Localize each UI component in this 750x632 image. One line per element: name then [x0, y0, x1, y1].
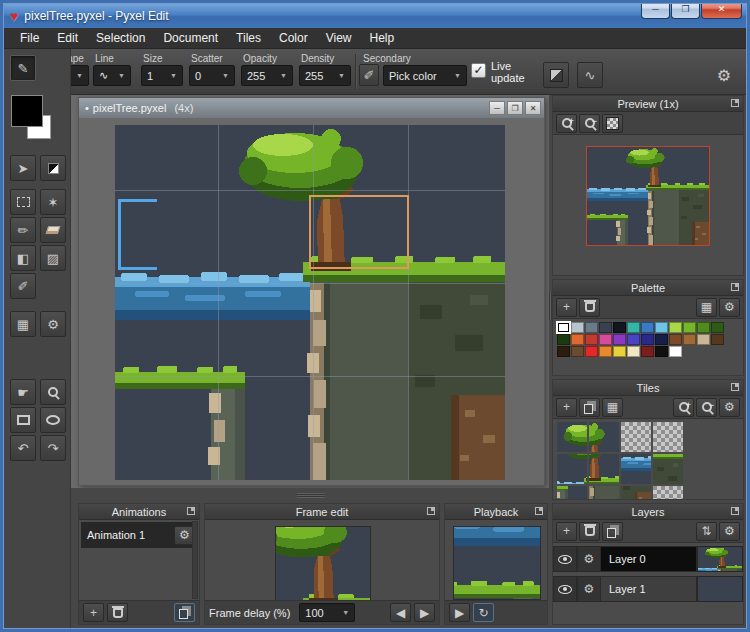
menu-selection[interactable]: Selection — [87, 28, 154, 48]
line-dropdown[interactable]: ∿ ▼ — [93, 65, 131, 86]
palette-swatch[interactable] — [599, 322, 612, 333]
doc-close-button[interactable]: ✕ — [525, 101, 541, 115]
tile-settings-tool[interactable]: ⚙ — [40, 311, 66, 337]
palette-swatch[interactable] — [683, 322, 696, 333]
ellipse-tool[interactable] — [40, 407, 66, 433]
popout-icon[interactable] — [731, 507, 739, 515]
previous-frame-button[interactable]: ◀ — [390, 603, 411, 622]
palette-swatch[interactable] — [585, 334, 598, 345]
layer-visibility-toggle[interactable] — [553, 576, 577, 602]
frame-delay-dropdown[interactable]: 100 ▼ — [299, 603, 355, 622]
tiles-duplicate-button[interactable] — [579, 398, 600, 417]
tile-thumbnail[interactable] — [621, 422, 651, 452]
pick-color-dropdown[interactable]: Pick color ▼ — [383, 65, 467, 86]
tiles-add-button[interactable]: + — [556, 398, 577, 417]
palette-swatch[interactable] — [571, 346, 584, 357]
palette-swatch[interactable] — [613, 322, 626, 333]
secondary-eyedropper-button[interactable]: ✐ — [359, 64, 379, 86]
eyedropper-tool[interactable]: ✐ — [10, 273, 36, 299]
palette-swatch[interactable] — [613, 334, 626, 345]
popout-icon[interactable] — [187, 507, 195, 515]
tile-thumbnail[interactable] — [557, 422, 587, 452]
canvas[interactable] — [115, 125, 505, 480]
layers-delete-button[interactable] — [579, 522, 600, 541]
menu-view[interactable]: View — [317, 28, 361, 48]
preview-mode-button[interactable] — [543, 62, 569, 88]
minimize-button[interactable]: ─ — [641, 0, 670, 19]
palette-swatch[interactable] — [627, 322, 640, 333]
animation-delete-button[interactable] — [107, 603, 128, 622]
fill-tool[interactable]: ◧ — [10, 245, 36, 271]
doc-minimize-button[interactable]: ─ — [489, 101, 505, 115]
tile-thumbnail[interactable] — [653, 422, 683, 452]
palette-swatch[interactable] — [599, 334, 612, 345]
popout-icon[interactable] — [731, 383, 739, 391]
animation-duplicate-button[interactable] — [174, 603, 195, 622]
animation-add-button[interactable]: + — [83, 603, 104, 622]
layers-settings-button[interactable]: ⚙ — [719, 522, 740, 541]
stroke-smoothing-button[interactable]: ∿ — [577, 62, 603, 88]
layer-settings-button[interactable]: ⚙ — [577, 576, 601, 602]
menu-color[interactable]: Color — [270, 28, 317, 48]
palette-swatch[interactable] — [655, 346, 668, 357]
close-button[interactable]: ✕ — [701, 0, 742, 19]
tile-thumbnail[interactable] — [557, 486, 587, 500]
popout-icon[interactable] — [427, 507, 435, 515]
tile-thumbnail[interactable] — [589, 422, 619, 452]
magic-wand-tool[interactable]: ✶ — [40, 189, 66, 215]
palette-swatch[interactable] — [683, 334, 696, 345]
frame-thumbnail[interactable] — [275, 526, 371, 602]
palette-swatch[interactable] — [627, 334, 640, 345]
palette-swatch[interactable] — [613, 346, 626, 357]
rectangle-tool[interactable] — [10, 407, 36, 433]
animation-item[interactable]: Animation 1 ⚙ — [81, 522, 197, 548]
density-dropdown[interactable]: 255 ▼ — [299, 65, 351, 86]
palette-settings-button[interactable]: ⚙ — [719, 298, 740, 317]
live-update-checkbox[interactable]: ✓ — [471, 63, 486, 78]
swap-colors-tool[interactable] — [40, 155, 66, 181]
palette-swatch[interactable] — [697, 322, 710, 333]
tile-thumbnail[interactable] — [589, 454, 619, 484]
tiles-stamp-button[interactable]: ▦ — [602, 398, 623, 417]
tile-thumbnail[interactable] — [557, 454, 587, 484]
zoom-tool[interactable] — [40, 379, 66, 405]
loop-button[interactable]: ↻ — [473, 603, 494, 622]
move-tool[interactable]: ➤ — [10, 155, 36, 181]
palette-swatch[interactable] — [711, 322, 724, 333]
scatter-dropdown[interactable]: 0 ▼ — [189, 65, 235, 86]
preview-transparency-button[interactable] — [602, 114, 623, 133]
marquee-select-tool[interactable] — [10, 189, 36, 215]
eraser-tool[interactable] — [40, 217, 66, 243]
layers-duplicate-button[interactable] — [602, 522, 623, 541]
palette-add-button[interactable]: + — [556, 298, 577, 317]
preview-zoom-out-button[interactable]: − — [579, 114, 600, 133]
popout-icon[interactable] — [731, 99, 739, 107]
palette-swatch[interactable] — [669, 334, 682, 345]
size-dropdown[interactable]: 1 ▼ — [141, 65, 183, 86]
menu-edit[interactable]: Edit — [48, 28, 87, 48]
layers-add-button[interactable]: + — [556, 522, 577, 541]
palette-swatch[interactable] — [655, 334, 668, 345]
play-button[interactable]: ▶ — [449, 603, 470, 622]
tile-thumbnail[interactable] — [621, 454, 651, 484]
document-titlebar[interactable]: • pixelTree.pyxel (4x) ─ ❐ ✕ — [79, 98, 544, 118]
palette-swatch[interactable] — [585, 322, 598, 333]
layers-reorder-button[interactable]: ⇅ — [696, 522, 717, 541]
palette-swatch[interactable] — [655, 322, 668, 333]
next-frame-button[interactable]: ▶ — [414, 603, 435, 622]
popout-icon[interactable] — [535, 507, 543, 515]
preview-zoom-in-button[interactable]: + — [556, 114, 577, 133]
tile-stamp-tool[interactable]: ▦ — [10, 311, 36, 337]
primary-color-swatch[interactable] — [11, 95, 43, 127]
layer-row[interactable]: ⚙ Layer 1 — [553, 575, 743, 603]
toolbar-settings-button[interactable]: ⚙ — [711, 62, 737, 88]
hand-tool[interactable]: ☛ — [10, 379, 36, 405]
menu-help[interactable]: Help — [360, 28, 403, 48]
pencil-tool[interactable]: ✏ — [10, 217, 36, 243]
brush-tool[interactable]: ✎ — [10, 55, 36, 81]
tile-thumbnail[interactable] — [653, 486, 683, 500]
shading-tool[interactable]: ▨ — [40, 245, 66, 271]
tile-thumbnail[interactable] — [589, 486, 619, 500]
palette-swatch[interactable] — [641, 346, 654, 357]
tiles-zoom-out-button[interactable]: − — [696, 398, 717, 417]
